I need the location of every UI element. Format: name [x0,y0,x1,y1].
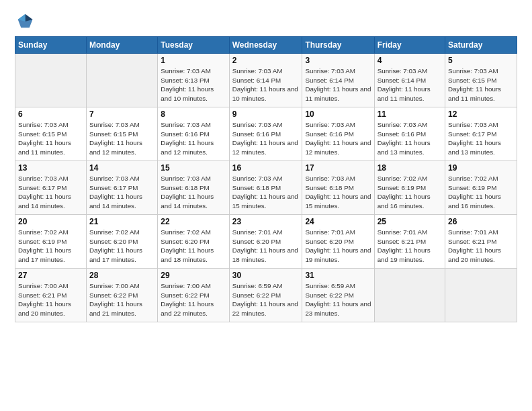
day-cell: 25Sunrise: 7:01 AMSunset: 6:21 PMDayligh… [374,215,445,269]
day-detail: Sunrise: 7:03 AMSunset: 6:16 PMDaylight:… [305,120,371,157]
day-number: 12 [448,109,514,119]
day-number: 27 [18,271,83,280]
day-detail: Sunrise: 6:59 AMSunset: 6:22 PMDaylight:… [305,281,371,318]
day-cell: 26Sunrise: 7:01 AMSunset: 6:21 PMDayligh… [445,215,517,269]
day-detail: Sunrise: 7:03 AMSunset: 6:14 PMDaylight:… [232,66,300,103]
day-number: 26 [448,217,514,226]
day-cell: 2Sunrise: 7:03 AMSunset: 6:14 PMDaylight… [229,54,302,107]
day-number: 11 [378,109,442,119]
day-number: 17 [305,163,371,173]
day-number: 7 [89,109,154,119]
day-cell: 7Sunrise: 7:03 AMSunset: 6:15 PMDaylight… [87,107,158,161]
day-cell: 27Sunrise: 7:00 AMSunset: 6:21 PMDayligh… [15,269,87,322]
day-cell [15,54,87,107]
day-detail: Sunrise: 7:01 AMSunset: 6:21 PMDaylight:… [448,228,514,265]
day-detail: Sunrise: 7:02 AMSunset: 6:20 PMDaylight:… [89,228,154,265]
day-number: 19 [448,163,514,173]
day-cell: 16Sunrise: 7:03 AMSunset: 6:18 PMDayligh… [229,161,302,215]
day-detail: Sunrise: 7:03 AMSunset: 6:18 PMDaylight:… [305,174,371,211]
logo-icon [15,12,34,31]
day-cell: 31Sunrise: 6:59 AMSunset: 6:22 PMDayligh… [302,269,374,322]
day-detail: Sunrise: 7:01 AMSunset: 6:20 PMDaylight:… [232,228,300,265]
day-number: 15 [161,163,226,173]
day-detail: Sunrise: 7:03 AMSunset: 6:18 PMDaylight:… [232,174,300,211]
calendar-header: SundayMondayTuesdayWednesdayThursdayFrid… [15,37,517,54]
day-detail: Sunrise: 7:03 AMSunset: 6:16 PMDaylight:… [232,120,300,157]
day-detail: Sunrise: 7:03 AMSunset: 6:17 PMDaylight:… [89,174,154,211]
day-number: 21 [89,217,154,226]
calendar-table: SundayMondayTuesdayWednesdayThursdayFrid… [15,36,517,322]
day-number: 24 [305,217,371,226]
calendar-body: 1Sunrise: 7:03 AMSunset: 6:13 PMDaylight… [15,54,517,322]
day-cell: 11Sunrise: 7:03 AMSunset: 6:16 PMDayligh… [374,107,445,161]
day-cell: 30Sunrise: 6:59 AMSunset: 6:22 PMDayligh… [229,269,302,322]
day-detail: Sunrise: 7:03 AMSunset: 6:14 PMDaylight:… [305,66,371,103]
weekday-sunday: Sunday [15,37,87,54]
day-detail: Sunrise: 7:03 AMSunset: 6:17 PMDaylight:… [448,120,514,157]
day-detail: Sunrise: 7:03 AMSunset: 6:15 PMDaylight:… [18,120,83,157]
day-detail: Sunrise: 7:03 AMSunset: 6:15 PMDaylight:… [89,120,154,157]
day-detail: Sunrise: 6:59 AMSunset: 6:22 PMDaylight:… [232,281,300,318]
day-number: 31 [305,271,371,280]
day-number: 9 [232,109,300,119]
day-number: 5 [448,56,514,65]
day-cell [445,269,517,322]
header [15,12,517,31]
weekday-wednesday: Wednesday [229,37,302,54]
day-number: 22 [161,217,226,226]
day-cell: 4Sunrise: 7:03 AMSunset: 6:14 PMDaylight… [374,54,445,107]
day-cell: 9Sunrise: 7:03 AMSunset: 6:16 PMDaylight… [229,107,302,161]
day-detail: Sunrise: 7:03 AMSunset: 6:18 PMDaylight:… [161,174,226,211]
day-detail: Sunrise: 7:02 AMSunset: 6:19 PMDaylight:… [448,174,514,211]
week-row-3: 20Sunrise: 7:02 AMSunset: 6:19 PMDayligh… [15,215,517,269]
logo [15,12,36,31]
day-number: 8 [161,109,226,119]
day-number: 3 [305,56,371,65]
day-cell: 23Sunrise: 7:01 AMSunset: 6:20 PMDayligh… [229,215,302,269]
weekday-row: SundayMondayTuesdayWednesdayThursdayFrid… [15,37,517,54]
day-cell: 10Sunrise: 7:03 AMSunset: 6:16 PMDayligh… [302,107,374,161]
day-detail: Sunrise: 7:03 AMSunset: 6:17 PMDaylight:… [18,174,83,211]
day-detail: Sunrise: 7:01 AMSunset: 6:21 PMDaylight:… [378,228,442,265]
weekday-thursday: Thursday [302,37,374,54]
week-row-2: 13Sunrise: 7:03 AMSunset: 6:17 PMDayligh… [15,161,517,215]
day-cell [374,269,445,322]
day-cell: 20Sunrise: 7:02 AMSunset: 6:19 PMDayligh… [15,215,87,269]
day-cell: 1Sunrise: 7:03 AMSunset: 6:13 PMDaylight… [158,54,230,107]
day-number: 29 [161,271,226,280]
day-detail: Sunrise: 7:00 AMSunset: 6:22 PMDaylight:… [89,281,154,318]
day-cell: 29Sunrise: 7:00 AMSunset: 6:22 PMDayligh… [158,269,230,322]
day-detail: Sunrise: 7:00 AMSunset: 6:21 PMDaylight:… [18,281,83,318]
day-number: 4 [378,56,442,65]
day-cell: 24Sunrise: 7:01 AMSunset: 6:20 PMDayligh… [302,215,374,269]
weekday-tuesday: Tuesday [158,37,230,54]
day-detail: Sunrise: 7:03 AMSunset: 6:15 PMDaylight:… [448,66,514,103]
day-cell: 6Sunrise: 7:03 AMSunset: 6:15 PMDaylight… [15,107,87,161]
day-cell: 15Sunrise: 7:03 AMSunset: 6:18 PMDayligh… [158,161,230,215]
day-cell: 19Sunrise: 7:02 AMSunset: 6:19 PMDayligh… [445,161,517,215]
day-cell [87,54,158,107]
day-cell: 5Sunrise: 7:03 AMSunset: 6:15 PMDaylight… [445,54,517,107]
day-cell: 14Sunrise: 7:03 AMSunset: 6:17 PMDayligh… [87,161,158,215]
day-cell: 3Sunrise: 7:03 AMSunset: 6:14 PMDaylight… [302,54,374,107]
day-number: 30 [232,271,300,280]
week-row-1: 6Sunrise: 7:03 AMSunset: 6:15 PMDaylight… [15,107,517,161]
day-cell: 18Sunrise: 7:02 AMSunset: 6:19 PMDayligh… [374,161,445,215]
day-cell: 21Sunrise: 7:02 AMSunset: 6:20 PMDayligh… [87,215,158,269]
week-row-4: 27Sunrise: 7:00 AMSunset: 6:21 PMDayligh… [15,269,517,322]
day-detail: Sunrise: 7:03 AMSunset: 6:16 PMDaylight:… [378,120,442,157]
day-cell: 12Sunrise: 7:03 AMSunset: 6:17 PMDayligh… [445,107,517,161]
day-number: 28 [89,271,154,280]
day-number: 1 [161,56,226,65]
day-detail: Sunrise: 7:01 AMSunset: 6:20 PMDaylight:… [305,228,371,265]
week-row-0: 1Sunrise: 7:03 AMSunset: 6:13 PMDaylight… [15,54,517,107]
day-number: 16 [232,163,300,173]
page: SundayMondayTuesdayWednesdayThursdayFrid… [0,0,532,411]
day-number: 25 [378,217,442,226]
day-detail: Sunrise: 7:03 AMSunset: 6:14 PMDaylight:… [378,66,442,103]
day-cell: 28Sunrise: 7:00 AMSunset: 6:22 PMDayligh… [87,269,158,322]
day-number: 10 [305,109,371,119]
day-number: 6 [18,109,83,119]
day-detail: Sunrise: 7:02 AMSunset: 6:19 PMDaylight:… [18,228,83,265]
day-number: 13 [18,163,83,173]
